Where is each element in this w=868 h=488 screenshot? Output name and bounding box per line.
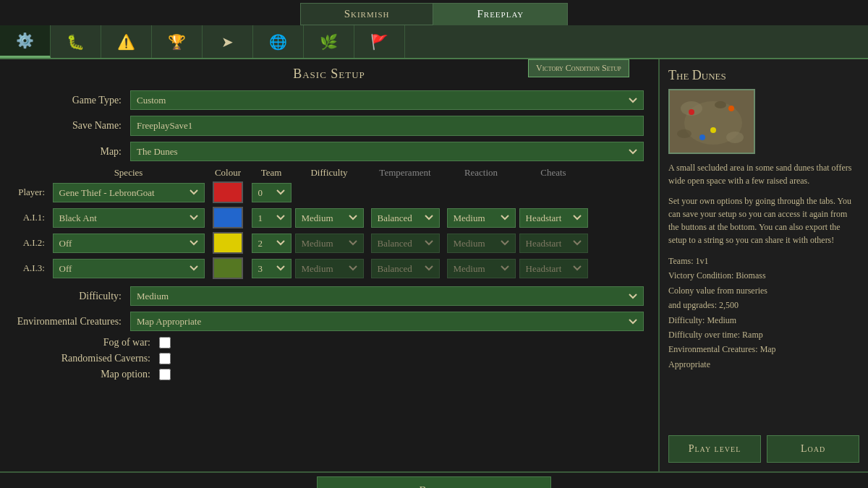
- right-panel-buttons: Play level Load: [668, 435, 859, 463]
- player-row-ai3: A.I.3: OffBlack AntRed Ant 3012 Med: [14, 257, 644, 279]
- ai1-temperament-select[interactable]: BalancedAggressivePassive: [371, 208, 440, 228]
- icon-tab-bar: ⚙️ 🐛 ⚠️ 🏆 ➤ 🌐 Victory Condition Setup 🌿 …: [0, 25, 868, 59]
- ai1-reaction-select[interactable]: MediumSlowFast: [447, 208, 516, 228]
- stat-teams: Teams: 1v1: [668, 254, 859, 268]
- svg-point-6: [710, 127, 716, 133]
- randomised-caverns-checkbox[interactable]: [159, 353, 171, 364]
- tab-arrow[interactable]: ➤: [203, 25, 253, 58]
- svg-point-9: [677, 129, 692, 138]
- map-stats: Teams: 1v1 Victory Condition: Biomass Co…: [668, 254, 859, 372]
- env-creatures-row: Environmental Creatures: Map Appropriate…: [14, 312, 644, 331]
- ai3-colour-box[interactable]: [213, 257, 243, 279]
- stat-colony: Colony value from nurseries: [668, 283, 859, 298]
- tab-trophy[interactable]: 🏆: [152, 25, 203, 58]
- ai2-colour-box[interactable]: [213, 232, 243, 254]
- player-team-select[interactable]: 0123: [252, 183, 292, 202]
- map-preview: [668, 89, 755, 154]
- randomised-caverns-row: Randomised Caverns:: [14, 353, 644, 364]
- ai3-species-select[interactable]: OffBlack AntRed Ant: [53, 259, 205, 278]
- randomised-caverns-label: Randomised Caverns:: [14, 353, 159, 364]
- map-row: Map: The Dunes Forest Floor Cave System: [14, 142, 644, 161]
- flag-icon: 🚩: [370, 33, 388, 51]
- tab-setup[interactable]: ⚙️: [0, 25, 51, 58]
- svg-point-5: [728, 106, 734, 111]
- main-layout: Basic Setup Game Type: Custom Standard C…: [0, 59, 868, 471]
- load-button[interactable]: Load: [767, 435, 859, 463]
- player-row-player: Player: Gene Thief - LebronGoat 0123: [14, 181, 644, 203]
- player-row-ai2: A.I.2: OffBlack AntRed Ant 2013 Med: [14, 232, 644, 254]
- ai2-difficulty-select[interactable]: MediumEasyHard: [295, 234, 364, 253]
- env-creatures-label: Environmental Creatures:: [14, 316, 130, 328]
- bottom-bar: Back: [0, 471, 868, 488]
- map-description: A small secluded area in some sand dunes…: [668, 161, 859, 187]
- tab-leaf[interactable]: 🌿: [304, 25, 354, 58]
- players-header: Species Colour Team Difficulty Temperame…: [14, 167, 644, 179]
- ai3-temperament-select[interactable]: BalancedAggressivePassive: [371, 259, 440, 278]
- ai1-team-select[interactable]: 1023: [252, 208, 292, 228]
- setup-icon: ⚙️: [16, 32, 34, 49]
- bottom-form: Difficulty: MediumEasyHard Environmental…: [14, 286, 644, 380]
- ai3-team-select[interactable]: 3012: [252, 259, 292, 278]
- tab-bug[interactable]: 🐛: [51, 25, 101, 58]
- map-label: Map:: [14, 146, 130, 158]
- col-header-colour: Colour: [206, 167, 250, 179]
- map-option-row: Map option:: [14, 369, 644, 380]
- tab-flag[interactable]: 🚩: [354, 25, 405, 58]
- stat-env-creatures: Environmental Creatures: Map: [668, 342, 859, 356]
- tab-warning[interactable]: ⚠️: [101, 25, 152, 58]
- player-colour-box[interactable]: [213, 181, 243, 203]
- player-species-select[interactable]: Gene Thief - LebronGoat: [53, 183, 205, 202]
- difficulty-row: Difficulty: MediumEasyHard: [14, 286, 644, 306]
- back-button[interactable]: Back: [317, 476, 550, 489]
- stat-difficulty: Difficulty: Medium: [668, 313, 859, 328]
- ai1-cheats-select[interactable]: HeadstartNoneExtra: [519, 208, 588, 228]
- col-header-species: Species: [51, 167, 206, 179]
- leaf-icon: 🌿: [320, 33, 338, 51]
- save-name-input[interactable]: [130, 116, 644, 136]
- ai2-team-select[interactable]: 2013: [252, 234, 292, 253]
- bug-icon: 🐛: [67, 33, 85, 51]
- center-panel: Basic Setup Game Type: Custom Standard C…: [0, 59, 658, 471]
- right-panel: The Dunes A small secluded area in some …: [658, 59, 868, 471]
- ai1-difficulty-select[interactable]: MediumEasyHard: [295, 208, 364, 228]
- map-title: The Dunes: [668, 68, 859, 83]
- player-label-ai1: A.I.1:: [14, 212, 51, 223]
- player-label-ai3: A.I.3:: [14, 262, 51, 274]
- tab-globe[interactable]: 🌐 Victory Condition Setup: [253, 25, 304, 58]
- fog-of-war-label: Fog of war:: [14, 337, 159, 348]
- col-header-reaction: Reaction: [445, 167, 517, 179]
- difficulty-label: Difficulty:: [14, 291, 130, 302]
- map-select[interactable]: The Dunes Forest Floor Cave System: [130, 142, 644, 161]
- difficulty-select[interactable]: MediumEasyHard: [130, 286, 644, 306]
- ai1-colour-box[interactable]: [213, 207, 243, 228]
- stat-victory: Victory Condition: Biomass: [668, 268, 859, 283]
- ai2-temperament-select[interactable]: BalancedAggressivePassive: [371, 234, 440, 253]
- col-header-team: Team: [250, 167, 293, 179]
- players-section: Species Colour Team Difficulty Temperame…: [14, 167, 644, 279]
- env-creatures-select[interactable]: Map AppropriateNoneLowHigh: [130, 312, 644, 331]
- player-row-ai1: A.I.1: Black AntOffRed Ant 1023 Med: [14, 207, 644, 228]
- fog-of-war-checkbox[interactable]: [159, 337, 171, 348]
- ai1-species-select[interactable]: Black AntOffRed Ant: [53, 208, 205, 228]
- map-hint-text: Set your own options by going through th…: [668, 194, 859, 247]
- game-type-select[interactable]: Custom Standard Competitive: [130, 90, 644, 110]
- victory-condition-tooltip: Victory Condition Setup: [528, 59, 629, 77]
- map-option-checkbox[interactable]: [159, 369, 171, 380]
- tab-freeplay[interactable]: Freeplay: [433, 3, 568, 25]
- stat-colony-2: and upgrades: 2,500: [668, 298, 859, 312]
- ai2-cheats-select[interactable]: HeadstartNoneExtra: [519, 234, 588, 253]
- globe-icon: 🌐: [269, 33, 287, 51]
- ai3-reaction-select[interactable]: MediumSlowFast: [447, 259, 516, 278]
- ai3-cheats-select[interactable]: HeadstartNoneExtra: [519, 259, 588, 278]
- stat-env-creatures-2: Appropriate: [668, 357, 859, 372]
- map-option-label: Map option:: [14, 369, 159, 380]
- player-label-player: Player:: [14, 187, 51, 198]
- ai3-difficulty-select[interactable]: MediumEasyHard: [295, 259, 364, 278]
- play-level-button[interactable]: Play level: [668, 435, 761, 463]
- ai2-reaction-select[interactable]: MediumSlowFast: [447, 234, 516, 253]
- arrow-icon: ➤: [221, 33, 234, 51]
- ai2-species-select[interactable]: OffBlack AntRed Ant: [53, 234, 205, 253]
- stat-difficulty-time: Difficulty over time: Ramp: [668, 328, 859, 342]
- tab-skirmish[interactable]: Skirmish: [300, 3, 433, 25]
- col-header-cheats: Cheats: [517, 167, 590, 179]
